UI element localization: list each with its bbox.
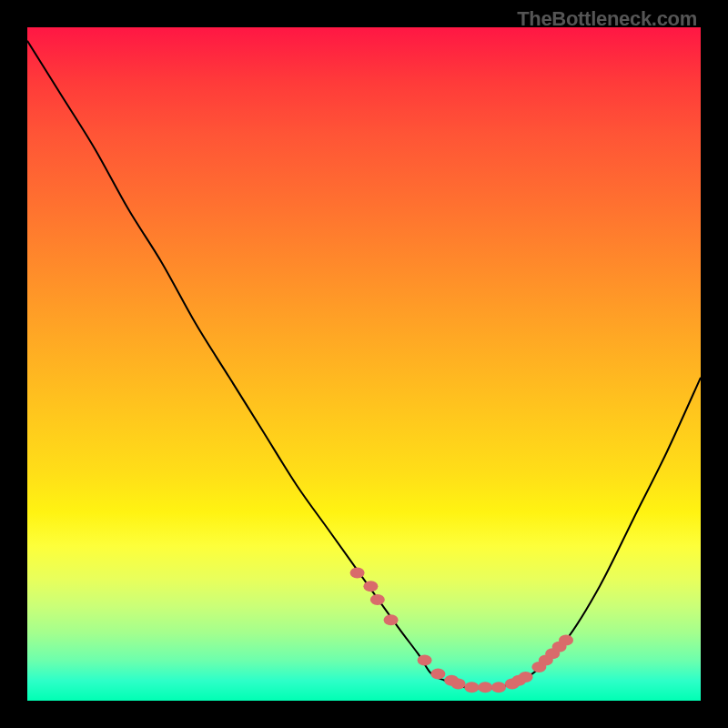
marker-dot [519, 672, 533, 682]
bottleneck-curve [27, 41, 701, 689]
marker-dot [363, 581, 378, 592]
marker-dot [370, 594, 385, 605]
chart-frame: TheBottleneck.com [0, 0, 728, 728]
marker-dots [350, 567, 573, 693]
marker-dot [384, 614, 399, 625]
marker-dot [418, 655, 432, 666]
marker-dot [559, 634, 573, 645]
marker-dot [464, 682, 479, 693]
marker-dot [350, 567, 365, 578]
marker-dot [478, 682, 492, 693]
marker-dot [430, 668, 445, 679]
marker-dot [451, 679, 466, 690]
chart-svg [27, 27, 701, 701]
watermark-text: TheBottleneck.com [517, 7, 697, 31]
plot-area [27, 27, 701, 701]
marker-dot [491, 682, 506, 693]
